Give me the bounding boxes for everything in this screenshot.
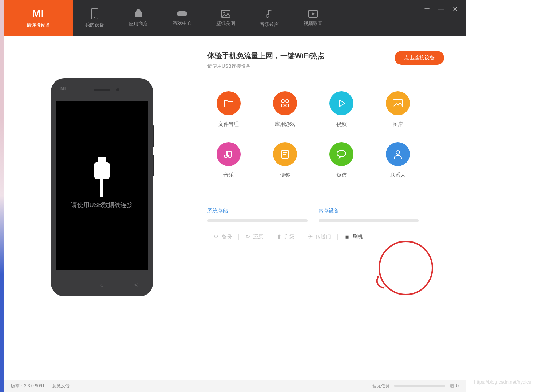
music-icon bbox=[265, 9, 273, 19]
feedback-link[interactable]: 意见反馈 bbox=[52, 383, 70, 389]
tab-label: 应用商店 bbox=[129, 21, 148, 27]
action-flash[interactable]: ▣刷机 bbox=[338, 233, 369, 240]
feature-notes[interactable]: 便签 bbox=[264, 142, 306, 179]
svg-point-13 bbox=[337, 150, 346, 157]
refresh-icon: ⟳ bbox=[214, 233, 219, 240]
task-progress-bar bbox=[394, 385, 445, 387]
flash-box-icon: ▣ bbox=[344, 233, 350, 240]
folder-icon bbox=[217, 91, 241, 115]
tab-video[interactable]: 视频影音 bbox=[291, 0, 335, 36]
back-key-icon: < bbox=[134, 282, 138, 288]
phone-camera bbox=[116, 88, 119, 91]
phone-prompt: 请使用USB数据线连接 bbox=[71, 201, 133, 209]
device-icon bbox=[91, 8, 99, 19]
feature-contacts[interactable]: 联系人 bbox=[377, 142, 419, 179]
svg-point-8 bbox=[286, 104, 289, 107]
storage-row: 系统存储 内存设备 bbox=[207, 208, 419, 222]
phone-screen: 请使用USB数据线连接 bbox=[56, 101, 148, 270]
phone-panel: MI 请使用USB数据线连接 ≡ ○ < bbox=[4, 36, 200, 338]
action-label: 刷机 bbox=[353, 233, 363, 240]
action-label: 备份 bbox=[222, 233, 232, 240]
menu-key-icon: ≡ bbox=[66, 282, 70, 288]
home-key-icon: ○ bbox=[100, 282, 104, 288]
person-icon bbox=[386, 142, 410, 166]
tab-app-store[interactable]: 应用商店 bbox=[116, 0, 160, 36]
tab-label: 视频影音 bbox=[304, 20, 323, 27]
action-portal[interactable]: ✈传送门 bbox=[301, 233, 337, 240]
task-count[interactable]: 0 bbox=[450, 383, 459, 388]
tab-label: 游戏中心 bbox=[173, 20, 191, 27]
window-controls: ☰ — ✕ bbox=[424, 0, 466, 36]
storage-memory[interactable]: 内存设备 bbox=[319, 208, 419, 222]
up-icon: ⬆ bbox=[277, 233, 281, 240]
app-window: MI 请连接设备 我的设备 应用商店 游戏中心 壁纸美图 音乐铃声 视频影音 ☰ bbox=[4, 0, 466, 338]
tab-wallpaper[interactable]: 壁纸美图 bbox=[204, 0, 248, 36]
phone-side-button bbox=[153, 125, 154, 147]
feature-label: 图库 bbox=[393, 121, 403, 128]
action-upgrade[interactable]: ⬆升级 bbox=[270, 233, 301, 240]
note-icon bbox=[217, 142, 241, 166]
mi-logo-icon: MI bbox=[32, 8, 44, 20]
feature-label: 音乐 bbox=[223, 172, 234, 179]
headline: 体验手机免流量上网，一键WiFi热点 请使用USB连接设备 bbox=[207, 51, 325, 69]
connect-device-button[interactable]: 点击连接设备 bbox=[395, 51, 444, 65]
menu-icon[interactable]: ☰ bbox=[424, 5, 430, 13]
svg-point-6 bbox=[286, 100, 289, 103]
feature-file-manager[interactable]: 文件管理 bbox=[207, 91, 249, 128]
action-restore[interactable]: ↻还原 bbox=[239, 233, 270, 240]
tab-my-device[interactable]: 我的设备 bbox=[73, 0, 116, 36]
storage-system[interactable]: 系统存储 bbox=[207, 208, 308, 222]
action-row: ⟳备份 ↻还原 ⬆升级 ✈传送门 ▣刷机 bbox=[207, 233, 426, 240]
feature-label: 文件管理 bbox=[218, 121, 239, 128]
tab-label: 我的设备 bbox=[85, 21, 104, 28]
feature-music[interactable]: 音乐 bbox=[207, 142, 249, 179]
play-icon bbox=[329, 91, 353, 115]
version-text: 版本：2.3.0.9091 bbox=[11, 383, 45, 389]
feature-video[interactable]: 视频 bbox=[320, 91, 362, 128]
apps-icon bbox=[273, 91, 297, 115]
paper-plane-icon: ✈ bbox=[308, 233, 313, 240]
feature-apps-games[interactable]: 应用游戏 bbox=[264, 91, 306, 128]
feature-label: 短信 bbox=[336, 172, 347, 179]
headline-row: 体验手机免流量上网，一键WiFi热点 请使用USB连接设备 点击连接设备 bbox=[207, 51, 444, 69]
titlebar: MI 请连接设备 我的设备 应用商店 游戏中心 壁纸美图 音乐铃声 视频影音 ☰ bbox=[4, 0, 466, 36]
task-count-number: 0 bbox=[456, 383, 459, 388]
close-icon[interactable]: ✕ bbox=[452, 5, 458, 13]
feature-label: 应用游戏 bbox=[275, 121, 295, 128]
feature-label: 便签 bbox=[280, 172, 290, 179]
svg-point-1 bbox=[94, 17, 95, 18]
task-count-icon bbox=[450, 383, 455, 388]
action-label: 还原 bbox=[253, 233, 263, 240]
phone-brand: MI bbox=[60, 86, 66, 91]
storage-label: 系统存储 bbox=[207, 208, 308, 214]
feature-grid: 文件管理 应用游戏 视频 图库 音乐 bbox=[207, 91, 419, 179]
store-icon bbox=[134, 9, 143, 19]
feature-gallery[interactable]: 图库 bbox=[377, 91, 419, 128]
reload-icon: ↻ bbox=[245, 233, 250, 240]
task-status: 暂无任务 bbox=[372, 383, 390, 389]
svg-point-3 bbox=[223, 12, 225, 13]
tab-game-center[interactable]: 游戏中心 bbox=[160, 0, 204, 36]
left-edge-artifact bbox=[0, 0, 4, 392]
tab-label: 请连接设备 bbox=[27, 22, 50, 28]
minimize-icon[interactable]: — bbox=[438, 5, 444, 13]
feature-sms[interactable]: 短信 bbox=[320, 142, 362, 179]
storage-bar bbox=[319, 219, 419, 222]
tab-music[interactable]: 音乐铃声 bbox=[248, 0, 291, 36]
action-label: 传送门 bbox=[316, 233, 331, 240]
feature-label: 联系人 bbox=[390, 172, 405, 179]
phone-soft-keys: ≡ ○ < bbox=[51, 282, 153, 288]
storage-label: 内存设备 bbox=[319, 208, 419, 214]
phone-frame: MI 请使用USB数据线连接 ≡ ○ < bbox=[51, 78, 153, 296]
svg-point-14 bbox=[396, 151, 400, 154]
wallpaper-icon bbox=[221, 9, 231, 18]
status-bar: 版本：2.3.0.9091 意见反馈 暂无任务 0 bbox=[4, 380, 466, 392]
image-icon bbox=[386, 91, 410, 115]
action-backup[interactable]: ⟳备份 bbox=[207, 233, 238, 240]
headline-subtitle: 请使用USB连接设备 bbox=[207, 63, 325, 69]
svg-point-7 bbox=[281, 104, 284, 107]
svg-point-5 bbox=[281, 100, 284, 103]
tab-label: 壁纸美图 bbox=[216, 20, 235, 27]
tab-connect-device[interactable]: MI 请连接设备 bbox=[4, 0, 73, 36]
game-icon bbox=[177, 10, 187, 18]
